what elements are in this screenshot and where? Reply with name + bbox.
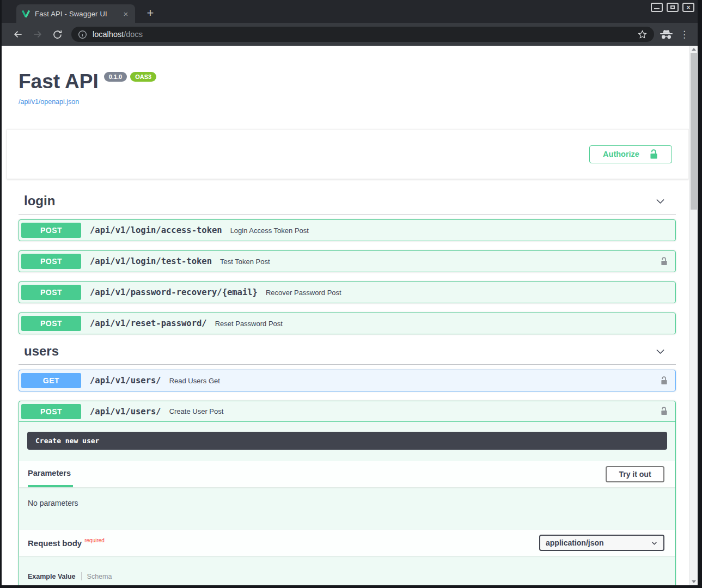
method-badge: POST: [21, 254, 81, 269]
url-path: /docs: [124, 30, 143, 39]
request-body-header: Request body required application/json: [19, 530, 675, 556]
chevron-down-icon[interactable]: [655, 346, 666, 357]
auth-lock-button[interactable]: [660, 256, 668, 267]
version-badge: 0.1.0: [104, 72, 127, 82]
endpoint-path: /api/v1/users/: [90, 376, 161, 385]
maximize-icon: [670, 5, 675, 9]
required-label: required: [84, 537, 105, 543]
bookmark-star-icon[interactable]: [637, 29, 648, 40]
endpoint-summary: Test Token Post: [220, 258, 270, 266]
unlock-icon: [660, 376, 668, 386]
endpoint-path: /api/v1/login/test-token: [90, 256, 212, 266]
api-title-text: Fast API: [19, 71, 99, 93]
scroll-down-arrow[interactable]: [692, 578, 696, 585]
page-scrollbar[interactable]: [689, 46, 698, 585]
auth-lock-button[interactable]: [660, 406, 668, 416]
endpoint-row[interactable]: POST /api/v1/password-recovery/{email} R…: [19, 281, 676, 303]
browser-toolbar: localhost/docs ⋮: [2, 23, 698, 46]
openapi-spec-link[interactable]: /api/v1/openapi.json: [19, 98, 79, 106]
browser-window: Fast API - Swagger UI × + × localhost/do…: [0, 0, 702, 588]
endpoint-row[interactable]: POST /api/v1/login/test-token Test Token…: [19, 250, 676, 272]
endpoint-summary: Recover Password Post: [266, 289, 341, 297]
try-it-out-button[interactable]: Try it out: [606, 466, 664, 482]
minimize-icon: [654, 8, 660, 9]
endpoint-body: Create new user Parameters Try it out No…: [19, 422, 675, 585]
chevron-down-icon[interactable]: [655, 195, 666, 207]
forward-button[interactable]: [30, 27, 45, 41]
request-body-label: Request body: [28, 538, 82, 548]
method-badge: POST: [21, 404, 81, 419]
endpoint-path: /api/v1/reset-password/: [90, 318, 207, 328]
no-parameters-text: No parameters: [19, 487, 675, 518]
page-title: Fast API 0.1.0 OAS3: [19, 71, 676, 93]
endpoint-path: /api/v1/login/access-token: [90, 225, 222, 235]
url-host: localhost: [93, 30, 124, 39]
method-badge: POST: [21, 316, 81, 331]
swagger-ui: Fast API 0.1.0 OAS3 /api/v1/openapi.json…: [2, 46, 689, 585]
section-title: users: [24, 344, 59, 359]
endpoint-summary: Reset Password Post: [215, 320, 283, 328]
operations-list: login POST /api/v1/login/access-token Lo…: [19, 193, 676, 585]
parameters-tab: Parameters: [28, 461, 73, 487]
unlock-icon: [649, 149, 658, 160]
page-viewport: Fast API 0.1.0 OAS3 /api/v1/openapi.json…: [2, 46, 698, 585]
new-tab-button[interactable]: +: [143, 5, 158, 21]
maximize-button[interactable]: [667, 3, 679, 12]
api-info: Fast API 0.1.0 OAS3 /api/v1/openapi.json: [19, 71, 676, 106]
endpoint-row[interactable]: POST /api/v1/reset-password/ Reset Passw…: [19, 313, 676, 334]
endpoint-block-expanded: POST /api/v1/users/ Create User Post Cre…: [19, 401, 676, 585]
example-value-tab[interactable]: Example Value: [28, 573, 76, 580]
incognito-icon: [660, 29, 673, 40]
endpoint-row[interactable]: POST /api/v1/login/access-token Login Ac…: [19, 219, 676, 241]
auth-lock-button[interactable]: [660, 376, 668, 386]
dropdown-arrow-icon: [651, 540, 658, 547]
endpoint-summary: Login Access Token Post: [230, 226, 309, 235]
endpoint-path: /api/v1/users/: [90, 407, 161, 416]
model-example-tabs: Example Value Schema: [28, 572, 675, 580]
reload-button[interactable]: [50, 27, 64, 41]
window-controls: ×: [651, 3, 694, 12]
back-button[interactable]: [11, 27, 25, 41]
minimize-button[interactable]: [651, 3, 663, 12]
favicon-icon: [22, 10, 30, 18]
scheme-container: Authorize: [7, 129, 689, 179]
oas-badge: OAS3: [130, 72, 156, 82]
scroll-up-arrow[interactable]: [692, 46, 696, 53]
site-info-icon[interactable]: [78, 30, 87, 39]
unlock-icon: [660, 406, 668, 416]
section-header-users[interactable]: users: [19, 344, 676, 365]
content-type-value: application/json: [546, 538, 604, 547]
section-header-login[interactable]: login: [19, 193, 676, 215]
method-badge: POST: [21, 223, 81, 238]
scrollbar-thumb[interactable]: [691, 53, 697, 210]
authorize-button[interactable]: Authorize: [589, 145, 672, 163]
endpoint-summary: Create User Post: [169, 407, 224, 415]
address-bar[interactable]: localhost/docs: [71, 27, 654, 42]
browser-menu-icon[interactable]: ⋮: [680, 29, 689, 40]
section-title: login: [24, 193, 55, 209]
parameters-header: Parameters Try it out: [19, 461, 675, 487]
authorize-label: Authorize: [603, 150, 639, 158]
method-badge: GET: [21, 373, 81, 388]
toolbar-right: ⋮: [660, 29, 693, 40]
schema-tab[interactable]: Schema: [87, 573, 112, 580]
endpoint-description: Create new user: [27, 432, 667, 450]
unlock-icon: [660, 256, 668, 267]
tab-fast-api[interactable]: Fast API - Swagger UI ×: [16, 4, 135, 23]
close-icon: ×: [686, 4, 690, 11]
close-button[interactable]: ×: [682, 3, 694, 12]
endpoint-summary: Read Users Get: [169, 377, 220, 385]
method-badge: POST: [21, 285, 81, 300]
endpoint-row[interactable]: POST /api/v1/users/ Create User Post: [19, 401, 675, 422]
endpoint-row[interactable]: GET /api/v1/users/ Read Users Get: [19, 370, 676, 391]
tab-title: Fast API - Swagger UI: [35, 10, 121, 18]
content-type-select[interactable]: application/json: [539, 535, 664, 551]
tab-close-icon[interactable]: ×: [121, 9, 131, 19]
tab-divider: [81, 572, 82, 580]
tab-strip: Fast API - Swagger UI × + ×: [2, 0, 698, 23]
endpoint-path: /api/v1/password-recovery/{email}: [90, 287, 258, 297]
